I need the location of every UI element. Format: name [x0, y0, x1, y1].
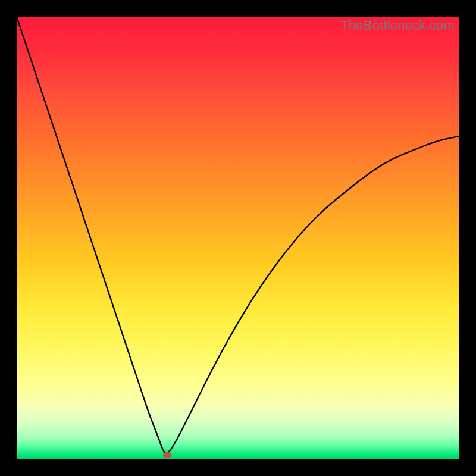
optimum-marker [163, 452, 171, 458]
bottleneck-curve [17, 17, 459, 459]
chart-frame: TheBottleneck.com [0, 0, 476, 476]
plot-area: TheBottleneck.com [17, 17, 459, 459]
